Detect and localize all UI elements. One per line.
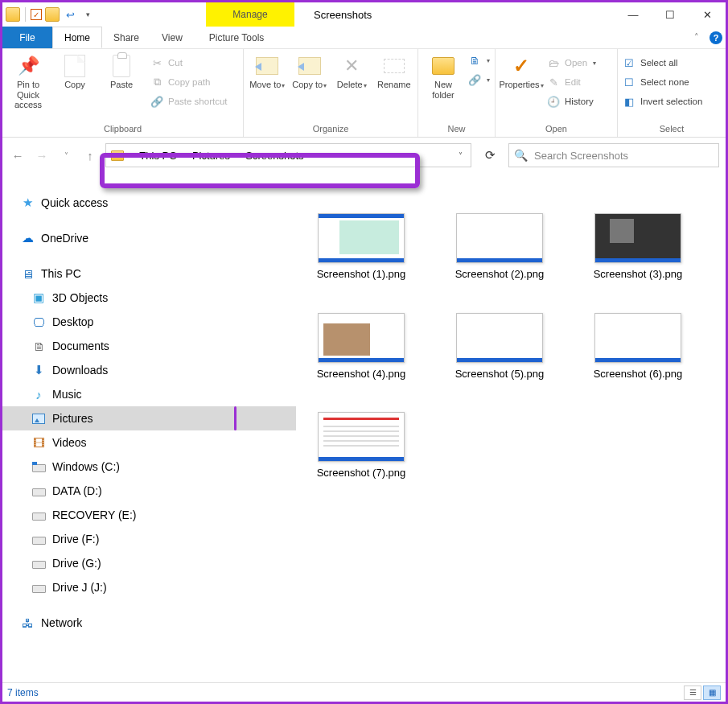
view-thumbnails-button[interactable]: ▦	[703, 685, 721, 700]
share-tab[interactable]: Share	[102, 27, 150, 48]
invert-selection-button[interactable]: ◧Invert selection	[623, 93, 702, 109]
tree-downloads[interactable]: ⬇Downloads	[2, 358, 296, 382]
tree-label: RECOVERY (E:)	[52, 508, 137, 521]
new-folder-button[interactable]: New folder	[423, 52, 463, 100]
customize-qat-icon[interactable]: ▾	[80, 7, 95, 22]
thumbnail-icon	[456, 213, 543, 263]
breadcrumb-this-pc[interactable]: This PC	[134, 144, 181, 167]
tree-onedrive[interactable]: ☁OneDrive	[2, 226, 296, 250]
title-bar: ✓ ↩ ▾ Manage Screenshots — ☐ ✕	[2, 2, 726, 27]
navigation-pane[interactable]: ★Quick access ☁OneDrive 🖥This PC ▣3D Obj…	[2, 173, 296, 685]
home-tab[interactable]: Home	[52, 27, 102, 48]
paste-icon	[109, 54, 134, 78]
tree-network[interactable]: 🖧Network	[2, 611, 296, 635]
move-to-button[interactable]: Move to▾	[249, 52, 286, 90]
maximize-button[interactable]: ☐	[652, 2, 689, 27]
main-area: ★Quick access ☁OneDrive 🖥This PC ▣3D Obj…	[2, 173, 726, 685]
cut-button[interactable]: ✂Cut	[150, 55, 228, 71]
file-list[interactable]: Screenshot (1).png Screenshot (2).png Sc…	[296, 173, 726, 685]
copy-path-button[interactable]: ⧉Copy path	[150, 74, 228, 90]
file-item[interactable]: Screenshot (6).png	[589, 313, 687, 381]
view-details-button[interactable]: ☰	[684, 685, 701, 700]
chevron-right-icon[interactable]: ›	[129, 151, 134, 160]
breadcrumb-pictures[interactable]: Pictures	[187, 144, 235, 167]
chevron-right-icon[interactable]: ›	[235, 151, 241, 160]
file-item[interactable]: Screenshot (3).png	[589, 213, 687, 281]
tree-music[interactable]: ♪Music	[2, 382, 296, 406]
chevron-right-icon[interactable]: ›	[182, 151, 187, 160]
file-tab[interactable]: File	[2, 27, 52, 48]
ribbon-label: Rename	[377, 80, 411, 90]
easy-access-icon: 🔗	[468, 73, 481, 86]
back-button[interactable]: ←	[9, 146, 27, 164]
paste-button[interactable]: Paste	[101, 52, 142, 90]
paste-shortcut-button[interactable]: 🔗Paste shortcut	[150, 93, 228, 109]
properties-button[interactable]: Properties▾	[500, 52, 542, 90]
forward-button[interactable]: →	[33, 146, 51, 164]
paste-shortcut-icon: 🔗	[150, 95, 163, 108]
new-item-button[interactable]: 🗎▾	[468, 52, 490, 68]
3d-objects-icon: ▣	[31, 290, 46, 305]
ribbon-group-label: Select	[623, 124, 721, 137]
edit-button[interactable]: ✎Edit	[547, 74, 596, 90]
select-none-button[interactable]: ☐Select none	[623, 74, 702, 90]
search-box[interactable]: 🔍 Search Screenshots	[508, 143, 719, 167]
ribbon-label: Delete	[337, 80, 363, 89]
file-item[interactable]: Screenshot (1).png	[312, 213, 410, 281]
minimize-button[interactable]: —	[615, 2, 652, 27]
copy-button[interactable]: Copy	[54, 52, 96, 90]
tree-drive-c[interactable]: Windows (C:)	[2, 455, 296, 479]
file-item[interactable]: Screenshot (7).png	[312, 412, 410, 480]
tree-videos[interactable]: 🎞Videos	[2, 430, 296, 455]
drive-icon	[31, 532, 46, 546]
view-tab[interactable]: View	[150, 27, 194, 48]
file-item[interactable]: Screenshot (4).png	[312, 313, 410, 381]
tree-this-pc[interactable]: 🖥This PC	[2, 261, 296, 286]
status-bar: 7 items ☰ ▦	[2, 682, 726, 702]
tree-drive-e[interactable]: RECOVERY (E:)	[2, 503, 296, 527]
address-bar[interactable]: › This PC › Pictures › Screenshots ˅	[105, 143, 471, 167]
tree-drive-d[interactable]: DATA (D:)	[2, 479, 296, 503]
tree-documents[interactable]: 🗎Documents	[2, 334, 296, 358]
tree-drive-f[interactable]: Drive (F:)	[2, 527, 296, 551]
open-button[interactable]: 🗁Open▾	[547, 55, 596, 71]
pin-to-quick-access-button[interactable]: 📌 Pin to Quick access	[7, 52, 49, 110]
easy-access-button[interactable]: 🔗▾	[468, 72, 490, 88]
copy-to-button[interactable]: Copy to▾	[291, 52, 329, 90]
tree-pictures[interactable]: Pictures	[2, 406, 296, 430]
drive-icon	[31, 484, 46, 498]
ribbon-label: Edit	[565, 77, 581, 87]
undo-icon[interactable]: ↩	[63, 7, 77, 22]
close-button[interactable]: ✕	[689, 2, 726, 27]
help-button[interactable]: ?	[706, 27, 726, 48]
tree-drive-g[interactable]: Drive (G:)	[2, 551, 296, 575]
file-item[interactable]: Screenshot (5).png	[450, 313, 549, 381]
history-button[interactable]: 🕘History	[547, 93, 596, 109]
quick-access-toolbar: ✓ ↩ ▾	[2, 2, 95, 27]
up-button[interactable]: ↑	[81, 146, 99, 164]
file-item[interactable]: Screenshot (2).png	[450, 213, 549, 281]
address-dropdown[interactable]: ˅	[450, 144, 471, 167]
videos-icon: 🎞	[31, 435, 46, 450]
tree-3d-objects[interactable]: ▣3D Objects	[2, 286, 296, 310]
delete-button[interactable]: Delete▾	[333, 52, 371, 90]
recent-locations-button[interactable]: ˅	[57, 146, 75, 164]
ribbon: 📌 Pin to Quick access Copy Paste ✂Cut ⧉C…	[2, 49, 726, 138]
pictures-icon	[31, 411, 46, 426]
picture-tools-tab[interactable]: Picture Tools	[198, 27, 275, 48]
tree-quick-access[interactable]: ★Quick access	[2, 191, 296, 215]
ribbon-label: Paste	[110, 80, 133, 90]
breadcrumb-screenshots[interactable]: Screenshots	[241, 144, 308, 167]
properties-icon	[509, 54, 533, 78]
checkbox-icon[interactable]: ✓	[31, 9, 42, 20]
rename-button[interactable]: Rename	[376, 52, 413, 90]
tree-desktop[interactable]: 🖵Desktop	[2, 310, 296, 334]
tree-label: Drive (F:)	[52, 533, 99, 545]
select-all-button[interactable]: ☑Select all	[623, 55, 702, 71]
tree-drive-j[interactable]: Drive J (J:)	[2, 575, 296, 599]
refresh-button[interactable]: ⟳	[478, 143, 502, 167]
tree-label: Network	[41, 616, 82, 629]
collapse-ribbon-button[interactable]: ˄	[687, 27, 706, 48]
move-to-icon	[255, 54, 279, 78]
invert-selection-icon: ◧	[623, 95, 635, 108]
